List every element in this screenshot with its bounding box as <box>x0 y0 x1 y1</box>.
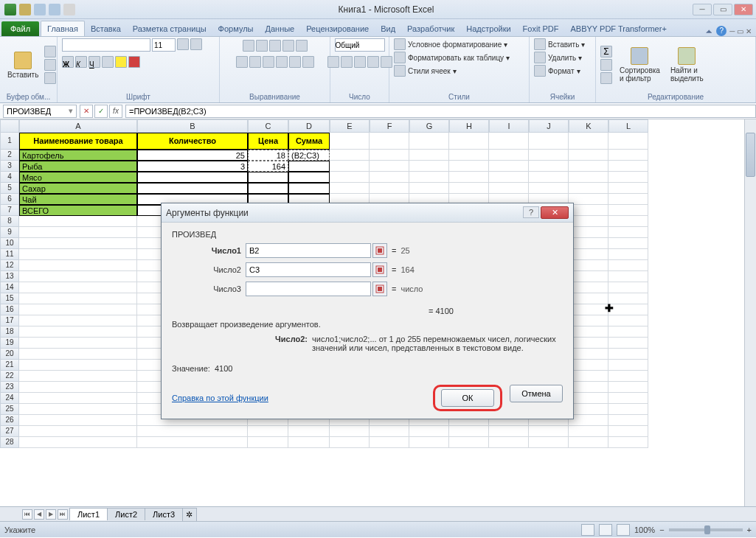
cell-D5[interactable] <box>288 183 330 194</box>
border-icon[interactable] <box>102 56 114 68</box>
cell-H4[interactable] <box>449 172 489 183</box>
cell-A6[interactable]: Чай <box>19 194 137 205</box>
vertical-scrollbar[interactable] <box>744 119 756 506</box>
cell-A21[interactable] <box>19 360 137 371</box>
cell-G27[interactable] <box>409 426 449 437</box>
sheet-nav-next[interactable]: ▶ <box>46 509 56 520</box>
cell-H3[interactable] <box>449 161 489 172</box>
cell-E27[interactable] <box>330 426 370 437</box>
row-header-17[interactable]: 17 <box>0 315 19 326</box>
cell-K5[interactable] <box>569 183 608 194</box>
cell-E2[interactable] <box>330 150 370 161</box>
autosum-icon[interactable]: Σ <box>600 46 612 57</box>
cell-I28[interactable] <box>489 437 529 448</box>
arg-input-1[interactable] <box>246 262 371 277</box>
underline-icon[interactable]: Ч <box>89 56 100 68</box>
cell-H5[interactable] <box>449 183 489 194</box>
paste-button[interactable]: Вставить <box>4 50 41 80</box>
cell-F5[interactable] <box>370 183 409 194</box>
cell-L22[interactable] <box>608 371 648 382</box>
wrap-icon[interactable] <box>296 40 308 52</box>
cell-K1[interactable] <box>569 133 608 150</box>
cell-A7[interactable]: ВСЕГО <box>19 205 137 216</box>
cancel-button[interactable]: Отмена <box>510 385 563 402</box>
view-page-break-icon[interactable] <box>617 524 630 536</box>
function-help-link[interactable]: Справка по этой функции <box>172 394 268 402</box>
cell-B27[interactable] <box>137 426 248 437</box>
cell-A28[interactable] <box>19 437 137 448</box>
cell-L18[interactable] <box>608 326 648 338</box>
cell-A19[interactable] <box>19 338 137 349</box>
ribbon-min-icon[interactable]: ⏶ <box>705 27 713 35</box>
undo-icon[interactable] <box>34 4 46 15</box>
comma-icon[interactable] <box>354 56 366 68</box>
cell-L19[interactable] <box>608 338 648 349</box>
cell-A16[interactable] <box>19 304 137 315</box>
cell-A26[interactable] <box>19 415 137 426</box>
indent-dec-icon[interactable] <box>276 56 288 68</box>
arg-input-2[interactable] <box>246 282 371 296</box>
col-header-J[interactable]: J <box>529 119 569 133</box>
cell-A4[interactable]: Мясо <box>19 172 137 183</box>
cell-L4[interactable] <box>608 172 648 183</box>
view-page-layout-icon[interactable] <box>599 524 612 536</box>
cell-L16[interactable] <box>608 304 648 315</box>
cell-A12[interactable] <box>19 260 137 271</box>
cell-A11[interactable] <box>19 249 137 260</box>
cell-L10[interactable] <box>608 238 648 249</box>
cell-A14[interactable] <box>19 282 137 293</box>
cell-L21[interactable] <box>608 360 648 371</box>
cell-I4[interactable] <box>489 172 529 183</box>
cell-L17[interactable] <box>608 315 648 326</box>
cell-I27[interactable] <box>489 426 529 437</box>
align-right-icon[interactable] <box>263 56 274 68</box>
cell-L1[interactable] <box>608 133 648 150</box>
tab-review[interactable]: Рецензирование <box>300 21 375 36</box>
dialog-close-icon[interactable]: ✕ <box>541 206 569 219</box>
zoom-slider[interactable] <box>669 528 743 531</box>
cell-K9[interactable] <box>569 227 608 238</box>
tab-layout[interactable]: Разметка страницы <box>127 21 212 36</box>
cell-D4[interactable] <box>288 172 330 183</box>
row-header-2[interactable]: 2 <box>0 150 19 161</box>
cell-I2[interactable] <box>489 150 529 161</box>
cell-F28[interactable] <box>370 437 409 448</box>
sheet-tab-2[interactable]: Лист2 <box>107 508 145 520</box>
cell-F27[interactable] <box>370 426 409 437</box>
row-header-4[interactable]: 4 <box>0 172 19 183</box>
row-header-22[interactable]: 22 <box>0 371 19 382</box>
format-as-table-button[interactable]: Форматировать как таблицу ▾ <box>394 52 510 63</box>
cell-D2[interactable]: (B2;C3) <box>288 150 330 161</box>
tab-foxit[interactable]: Foxit PDF <box>517 21 565 36</box>
cell-L6[interactable] <box>608 194 648 205</box>
cancel-formula-icon[interactable]: ✕ <box>80 105 93 118</box>
cell-L23[interactable] <box>608 382 648 393</box>
indent-inc-icon[interactable] <box>289 56 301 68</box>
align-top-icon[interactable] <box>243 40 254 52</box>
fx-icon[interactable]: fx <box>109 105 122 118</box>
cell-J3[interactable] <box>529 161 569 172</box>
sheet-tab-1[interactable]: Лист1 <box>69 508 108 520</box>
align-center-icon[interactable] <box>249 56 261 68</box>
row-header-6[interactable]: 6 <box>0 194 19 205</box>
cell-J27[interactable] <box>529 426 569 437</box>
cell-K11[interactable] <box>569 249 608 260</box>
cell-B5[interactable] <box>137 183 248 194</box>
row-header-1[interactable]: 1 <box>0 133 19 150</box>
cell-D3[interactable] <box>288 161 330 172</box>
cell-C2[interactable]: 18 <box>248 150 288 161</box>
cell-L25[interactable] <box>608 404 648 415</box>
col-header-H[interactable]: H <box>449 119 489 133</box>
cell-C5[interactable] <box>248 183 288 194</box>
row-header-9[interactable]: 9 <box>0 227 19 238</box>
cell-L24[interactable] <box>608 393 648 404</box>
cell-A9[interactable] <box>19 227 137 238</box>
copy-icon[interactable] <box>44 59 56 71</box>
row-header-3[interactable]: 3 <box>0 161 19 172</box>
col-header-K[interactable]: K <box>569 119 608 133</box>
cell-E28[interactable] <box>330 437 370 448</box>
cell-F2[interactable] <box>370 150 409 161</box>
row-header-18[interactable]: 18 <box>0 326 19 338</box>
align-middle-icon[interactable] <box>256 40 268 52</box>
col-header-F[interactable]: F <box>370 119 409 133</box>
